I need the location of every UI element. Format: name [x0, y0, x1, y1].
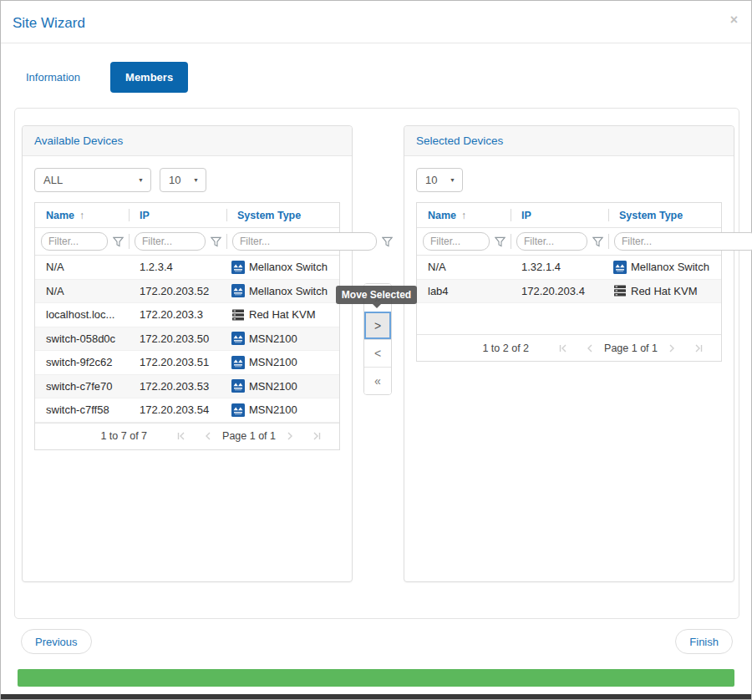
next-page-icon[interactable]: [284, 430, 296, 442]
funnel-filter-icon[interactable]: [113, 236, 124, 247]
page-bottom-edge: [1, 694, 751, 699]
ip-filter-input[interactable]: [135, 232, 206, 251]
previous-page-icon[interactable]: [584, 342, 596, 354]
previous-button[interactable]: Previous: [21, 629, 92, 654]
device-ip-cell: 172.20.203.51: [129, 356, 226, 368]
tab-information[interactable]: Information: [26, 63, 80, 92]
device-name-cell: N/A: [35, 285, 129, 297]
ip-filter-input[interactable]: [516, 232, 587, 251]
available-page-size-select[interactable]: 10 ▼: [160, 168, 206, 192]
column-header-system-type[interactable]: System Type: [608, 203, 721, 227]
mellanox-logo-icon: [231, 403, 245, 417]
column-header-ip[interactable]: IP: [511, 203, 608, 227]
device-type-cell: MSN2100: [226, 403, 339, 417]
move-all-left-button[interactable]: «: [364, 367, 391, 394]
device-type-label: Red Hat KVM: [631, 285, 697, 297]
system-type-filter-input[interactable]: [232, 232, 377, 251]
device-name-cell: N/A: [35, 261, 129, 273]
column-header-ip[interactable]: IP: [129, 203, 226, 227]
device-type-cell: Red Hat KVM: [226, 308, 339, 322]
next-page-icon[interactable]: [666, 342, 678, 354]
system-type-filter-input[interactable]: [614, 232, 752, 251]
funnel-filter-icon[interactable]: [592, 236, 603, 247]
device-type-label: Red Hat KVM: [249, 308, 315, 321]
selected-table-body: N/A 1.32.1.4 Mellanox Switch lab4 172.20…: [417, 256, 721, 303]
device-table-row[interactable]: N/A 1.2.3.4 Mellanox Switch: [35, 256, 339, 280]
mellanox-logo-icon: [231, 332, 245, 345]
name-filter-input[interactable]: [41, 232, 108, 251]
move-selected-right-button[interactable]: >: [364, 312, 391, 339]
mellanox-logo-icon: [231, 379, 245, 393]
device-table-row[interactable]: switch-c7fe70 172.20.203.53 MSN2100: [35, 375, 339, 399]
column-header-name[interactable]: Name ↑: [417, 203, 511, 227]
device-table-row[interactable]: lab4 172.20.203.4 Red Hat KVM: [417, 280, 721, 304]
wizard-tabs: Information Members: [26, 62, 188, 93]
table-header: Name ↑ IP System Type: [417, 203, 721, 228]
available-pagination: 1 to 7 of 7 Page 1 of 1: [35, 423, 339, 449]
column-header-system-type[interactable]: System Type: [226, 203, 339, 227]
device-name-cell: switch-058d0c: [35, 332, 129, 345]
device-name-cell: lab4: [417, 285, 511, 297]
mellanox-logo-icon: [231, 284, 245, 297]
tab-members[interactable]: Members: [110, 62, 188, 93]
dialog-header: Site Wizard ×: [1, 1, 751, 43]
device-ip-cell: 1.32.1.4: [511, 261, 608, 273]
table-header: Name ↑ IP System Type: [35, 203, 339, 228]
device-type-label: Mellanox Switch: [249, 261, 328, 273]
finish-button[interactable]: Finish: [675, 629, 733, 654]
selected-pagination: 1 to 2 of 2 Page 1 of 1: [417, 334, 721, 361]
chevron-down-icon: ▼: [138, 177, 144, 183]
name-filter-input[interactable]: [423, 232, 490, 251]
device-name-cell: switch-c7fe70: [35, 380, 129, 393]
funnel-filter-icon[interactable]: [495, 236, 506, 247]
selected-devices-panel: Selected Devices 10 ▼ Name ↑ IP: [404, 125, 734, 582]
device-type-filter-select[interactable]: ALL ▼: [34, 168, 151, 192]
filter-row: [417, 228, 721, 256]
device-name-cell: switch-9f2c62: [35, 356, 129, 368]
device-type-label: Mellanox Switch: [249, 285, 328, 297]
device-table-row[interactable]: N/A 1.32.1.4 Mellanox Switch: [417, 256, 721, 280]
device-ip-cell: 172.20.203.54: [129, 403, 226, 416]
selected-page-size-value: 10: [425, 174, 437, 186]
device-table-row[interactable]: switch-9f2c62 172.20.203.51 MSN2100: [35, 351, 339, 375]
device-type-cell: Red Hat KVM: [608, 284, 721, 297]
device-type-cell: Mellanox Switch: [226, 284, 339, 297]
mellanox-logo-icon: [231, 356, 245, 369]
device-type-cell: MSN2100: [226, 379, 339, 393]
page-label: Page 1 of 1: [222, 430, 276, 442]
last-page-icon[interactable]: [693, 342, 704, 354]
mellanox-logo-icon: [231, 261, 245, 274]
device-table-row[interactable]: localhost.loc... 172.20.203.3 Red Hat KV…: [35, 303, 339, 327]
device-table-row[interactable]: switch-c7ff58 172.20.203.54 MSN2100: [35, 398, 339, 423]
close-icon[interactable]: ×: [730, 13, 738, 27]
device-type-label: MSN2100: [249, 332, 297, 345]
funnel-filter-icon[interactable]: [382, 236, 393, 247]
device-type-cell: MSN2100: [226, 356, 339, 369]
first-page-icon[interactable]: [175, 430, 187, 442]
device-table-row[interactable]: switch-058d0c 172.20.203.50 MSN2100: [35, 327, 339, 352]
device-name-cell: localhost.loc...: [35, 308, 129, 321]
available-devices-panel: Available Devices ALL ▼ 10 ▼ Name: [22, 125, 353, 582]
progress-bar: [18, 669, 734, 687]
device-ip-cell: 172.20.203.52: [129, 285, 226, 297]
available-page-size-value: 10: [169, 174, 180, 186]
device-type-label: MSN2100: [249, 380, 297, 393]
available-devices-title: Available Devices: [23, 126, 352, 156]
device-table-row[interactable]: N/A 172.20.203.52 Mellanox Switch: [35, 280, 339, 304]
page-label: Page 1 of 1: [604, 342, 658, 354]
site-wizard-dialog: Site Wizard × Information Members Availa…: [0, 0, 752, 700]
first-page-icon[interactable]: [557, 342, 569, 354]
filter-row: [35, 228, 339, 256]
move-selected-tooltip: Move Selected: [336, 286, 417, 304]
last-page-icon[interactable]: [311, 430, 323, 442]
previous-page-icon[interactable]: [202, 430, 214, 442]
funnel-filter-icon[interactable]: [211, 236, 221, 247]
device-ip-cell: 172.20.203.4: [511, 285, 608, 297]
chevron-down-icon: ▼: [193, 177, 199, 183]
selected-page-size-select[interactable]: 10 ▼: [416, 168, 463, 192]
column-header-name[interactable]: Name ↑: [35, 203, 129, 227]
move-selected-left-button[interactable]: <: [364, 339, 391, 367]
device-name-cell: switch-c7ff58: [35, 403, 129, 416]
sort-asc-icon: ↑: [461, 210, 466, 221]
device-type-filter-value: ALL: [43, 174, 63, 186]
